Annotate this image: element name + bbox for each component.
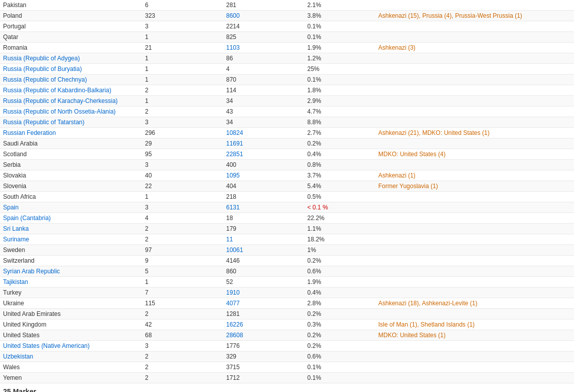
country-total-link[interactable]: 22851 <box>226 151 243 158</box>
cell-percentage: 18.2% <box>304 234 375 245</box>
cell-country-total[interactable]: 28608 <box>223 330 304 341</box>
cell-country[interactable]: Russia (Republic of North Ossetia-Alania… <box>0 106 142 117</box>
cell-percentage: 3.8% <box>304 11 375 21</box>
cell-country[interactable]: Syrian Arab Republic <box>0 266 142 277</box>
cell-country[interactable]: Russia (Republic of Chechnya) <box>0 75 142 85</box>
cell-country[interactable]: Russia (Republic of Buryatia) <box>0 64 142 75</box>
country-link[interactable]: Spain <box>3 204 19 211</box>
country-total-link[interactable]: 4077 <box>226 300 240 307</box>
main-table: Pakistan62812.1%Poland32386003.8%Ashkena… <box>0 0 574 383</box>
cell-country[interactable]: United States (Native American) <box>0 341 142 351</box>
cell-match-total: 5 <box>142 266 223 277</box>
country-link[interactable]: Suriname <box>3 236 29 243</box>
cell-percentage: 1% <box>304 245 375 256</box>
cell-percentage: 0.4% <box>304 288 375 298</box>
cell-country-total: 34 <box>223 96 304 106</box>
cell-country-total[interactable]: 10061 <box>223 245 304 256</box>
cell-country-total[interactable]: 16226 <box>223 319 304 330</box>
cell-percentage: 1.9% <box>304 43 375 53</box>
country-link[interactable]: Russia (Republic of Tatarstan) <box>3 119 85 126</box>
cell-match-total: 2 <box>142 234 223 245</box>
table-row: Russia (Republic of Kabardino-Balkaria)2… <box>0 85 574 96</box>
cell-comments <box>375 351 574 362</box>
cell-percentage: 0.2% <box>304 256 375 266</box>
cell-country[interactable]: Russia (Republic of Karachay-Cherkessia) <box>0 96 142 106</box>
cell-comments <box>375 75 574 85</box>
cell-comments: MDKO: United States (4) <box>375 149 574 160</box>
country-link[interactable]: Russia (Republic of Chechnya) <box>3 76 87 83</box>
cell-country-total[interactable]: 11691 <box>223 138 304 149</box>
cell-country[interactable]: Sri Lanka <box>0 224 142 234</box>
table-row: Russia (Republic of Adygea)1861.2% <box>0 53 574 64</box>
cell-country[interactable]: Suriname <box>0 234 142 245</box>
table-row: Russia (Republic of Karachay-Cherkessia)… <box>0 96 574 106</box>
cell-country: Turkey <box>0 288 142 298</box>
cell-country-total[interactable]: 1103 <box>223 43 304 53</box>
country-total-link[interactable]: 8600 <box>226 12 240 19</box>
cell-country: Slovakia <box>0 170 142 181</box>
country-total-link[interactable]: 6131 <box>226 204 240 211</box>
cell-country[interactable]: Spain (Cantabria) <box>0 213 142 224</box>
cell-country-total[interactable]: 11 <box>223 234 304 245</box>
table-row: United States68286080.2%MDKO: United Sta… <box>0 330 574 341</box>
country-total-link[interactable]: 10061 <box>226 246 243 254</box>
country-total-link[interactable]: 1103 <box>226 44 240 51</box>
cell-country[interactable]: Russia (Republic of Adygea) <box>0 53 142 64</box>
country-link[interactable]: Russia (Republic of North Ossetia-Alania… <box>3 108 116 115</box>
cell-percentage: 8.8% <box>304 117 375 128</box>
country-total-link[interactable]: 16226 <box>226 321 243 328</box>
table-row: United Kingdom42162260.3%Isle of Man (1)… <box>0 319 574 330</box>
country-link[interactable]: Tajikistan <box>3 278 28 286</box>
cell-country[interactable]: Spain <box>0 202 142 213</box>
cell-comments: Ashkenazi (15), Prussia (4), Prussia-Wes… <box>375 11 574 21</box>
country-link[interactable]: Syrian Arab Republic <box>3 268 60 275</box>
country-link[interactable]: Uzbekistan <box>3 353 33 360</box>
cell-percentage: 1.9% <box>304 277 375 288</box>
cell-country-total[interactable]: 6131 <box>223 202 304 213</box>
cell-country[interactable]: Russia (Republic of Tatarstan) <box>0 117 142 128</box>
cell-percentage: 0.6% <box>304 266 375 277</box>
cell-comments <box>375 32 574 43</box>
cell-country[interactable]: Russia (Republic of Kabardino-Balkaria) <box>0 85 142 96</box>
country-link[interactable]: Spain (Cantabria) <box>3 215 51 222</box>
country-link[interactable]: United States (Native American) <box>3 342 90 349</box>
cell-comments: Ashkenazi (1) <box>375 170 574 181</box>
cell-country-total[interactable]: 1095 <box>223 170 304 181</box>
country-total-link[interactable]: 28608 <box>226 332 243 339</box>
cell-comments <box>375 224 574 234</box>
country-link[interactable]: Sri Lanka <box>3 225 29 232</box>
cell-country-total[interactable]: 4077 <box>223 298 304 309</box>
country-link[interactable]: Russian Federation <box>3 129 56 136</box>
cell-country: United Kingdom <box>0 319 142 330</box>
cell-percentage: 0.1% <box>304 373 375 383</box>
country-total-link[interactable]: 11691 <box>226 140 243 147</box>
cell-match-total: 1 <box>142 75 223 85</box>
cell-comments <box>375 96 574 106</box>
cell-country[interactable]: Tajikistan <box>0 277 142 288</box>
cell-country-total: 179 <box>223 224 304 234</box>
country-total-link[interactable]: 10824 <box>226 129 243 136</box>
country-total-link[interactable]: 11 <box>226 236 233 243</box>
cell-country[interactable]: Russian Federation <box>0 128 142 138</box>
country-link[interactable]: Russia (Republic of Karachay-Cherkessia) <box>3 97 118 104</box>
cell-match-total: 1 <box>142 277 223 288</box>
country-link[interactable]: Russia (Republic of Kabardino-Balkaria) <box>3 87 111 94</box>
cell-country-total[interactable]: 8600 <box>223 11 304 21</box>
cell-country-total[interactable]: 1910 <box>223 288 304 298</box>
cell-comments <box>375 266 574 277</box>
cell-comments <box>375 202 574 213</box>
cell-comments <box>375 21 574 32</box>
country-total-link[interactable]: 1095 <box>226 172 240 179</box>
country-link[interactable]: Russia (Republic of Buryatia) <box>3 65 82 73</box>
cell-match-total: 1 <box>142 53 223 64</box>
country-link[interactable]: Russia (Republic of Adygea) <box>3 55 80 62</box>
cell-country-total[interactable]: 22851 <box>223 149 304 160</box>
marker-section-header: 25 Marker <box>0 383 574 392</box>
table-row: Romania2111031.9%Ashkenazi (3) <box>0 43 574 53</box>
table-row: Russia (Republic of Chechnya)18700.1% <box>0 75 574 85</box>
country-total-link[interactable]: 1910 <box>226 289 240 296</box>
cell-country-total[interactable]: 10824 <box>223 128 304 138</box>
cell-country-total: 52 <box>223 277 304 288</box>
cell-country[interactable]: Uzbekistan <box>0 351 142 362</box>
cell-match-total: 1 <box>142 64 223 75</box>
